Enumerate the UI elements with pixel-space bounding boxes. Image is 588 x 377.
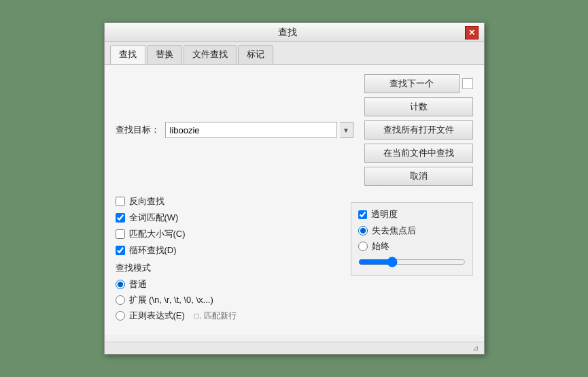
radio-extend[interactable]	[116, 295, 125, 305]
options-area: 反向查找 全词匹配(W) 匹配大小写(C) 循环查找(D)	[116, 195, 340, 257]
title-bar: 查找 ✕	[105, 23, 484, 42]
radio-normal[interactable]	[116, 280, 125, 289]
radio-extend-label: 扩展 (\n, \r, \t, \0, \x...)	[129, 294, 213, 306]
regex-option-label: □. 匹配新行	[194, 310, 237, 322]
find-next-button[interactable]: 查找下一个	[364, 74, 460, 93]
search-mode-title: 查找模式	[116, 262, 340, 274]
transparency-title-row: 透明度	[358, 208, 466, 220]
left-panel: 反向查找 全词匹配(W) 匹配大小写(C) 循环查找(D)	[116, 195, 340, 325]
bottom-area: 反向查找 全词匹配(W) 匹配大小写(C) 循环查找(D)	[116, 195, 473, 325]
trans-always-row: 始终	[358, 240, 466, 252]
match-case-label: 匹配大小写(C)	[129, 228, 186, 240]
status-bar: ⊿	[105, 342, 484, 354]
find-next-checkbox[interactable]	[462, 78, 473, 89]
radio-extend-row: 扩展 (\n, \r, \t, \0, \x...)	[116, 294, 340, 306]
transparency-checkbox[interactable]	[358, 210, 367, 219]
reverse-find-checkbox[interactable]	[116, 197, 125, 206]
wrap-label: 循环查找(D)	[129, 244, 177, 257]
search-mode-section: 查找模式 普通 扩展 (\n, \r, \t, \0, \x...) 正则表达式…	[116, 262, 340, 322]
dialog-title: 查找	[228, 27, 347, 39]
transparency-slider[interactable]	[358, 257, 466, 267]
match-case-checkbox[interactable]	[116, 229, 125, 239]
match-case-row: 匹配大小写(C)	[116, 228, 340, 240]
radio-always-label: 始终	[372, 240, 390, 252]
tab-mark[interactable]: 标记	[238, 45, 273, 64]
cancel-button[interactable]: 取消	[364, 167, 473, 186]
wrap-row: 循环查找(D)	[116, 244, 340, 257]
dialog-body: 查找目标： ▼ 查找下一个 计数 查找所有打开文件 在当前文件中查找 取消	[105, 65, 484, 335]
find-in-current-button[interactable]: 在当前文件中查找	[364, 144, 473, 163]
status-resize-icon: ⊿	[472, 344, 479, 353]
find-dialog: 查找 ✕ 查找 替换 文件查找 标记 查找目标： ▼ 查找下一个 计数 查找所有…	[104, 22, 485, 355]
transparency-panel: 透明度 失去焦点后 始终	[351, 195, 473, 325]
trans-focus-row: 失去焦点后	[358, 225, 466, 237]
search-input[interactable]	[165, 122, 337, 138]
radio-lose-focus-label: 失去焦点后	[372, 225, 416, 237]
radio-regex[interactable]	[116, 311, 125, 321]
tabs-bar: 查找 替换 文件查找 标记	[105, 42, 484, 65]
radio-regex-label: 正则表达式(E)	[129, 310, 185, 322]
transparency-title: 透明度	[371, 208, 398, 220]
reverse-find-label: 反向查找	[129, 195, 165, 208]
search-input-wrap: ▼	[165, 122, 353, 138]
radio-regex-row: 正则表达式(E) □. 匹配新行	[116, 310, 340, 322]
radio-normal-row: 普通	[116, 278, 340, 291]
reverse-find-row: 反向查找	[116, 195, 340, 208]
close-button[interactable]: ✕	[465, 26, 479, 39]
search-row: 查找目标： ▼ 查找下一个 计数 查找所有打开文件 在当前文件中查找 取消	[116, 74, 473, 186]
dropdown-arrow-icon[interactable]: ▼	[340, 122, 353, 138]
slider-wrap	[358, 257, 466, 269]
whole-word-row: 全词匹配(W)	[116, 212, 340, 224]
wrap-checkbox[interactable]	[116, 246, 125, 255]
count-button[interactable]: 计数	[364, 97, 473, 116]
whole-word-checkbox[interactable]	[116, 213, 125, 223]
find-all-open-button[interactable]: 查找所有打开文件	[364, 120, 473, 140]
tab-find[interactable]: 查找	[110, 45, 145, 64]
tab-file-find[interactable]: 文件查找	[184, 45, 237, 64]
whole-word-label: 全词匹配(W)	[129, 212, 179, 224]
radio-always[interactable]	[358, 242, 368, 251]
search-label: 查找目标：	[116, 124, 160, 136]
radio-lose-focus[interactable]	[358, 226, 368, 235]
find-next-row: 查找下一个	[364, 74, 473, 93]
radio-normal-label: 普通	[129, 278, 147, 291]
transparency-section: 透明度 失去焦点后 始终	[351, 202, 473, 276]
tab-replace[interactable]: 替换	[147, 45, 182, 64]
